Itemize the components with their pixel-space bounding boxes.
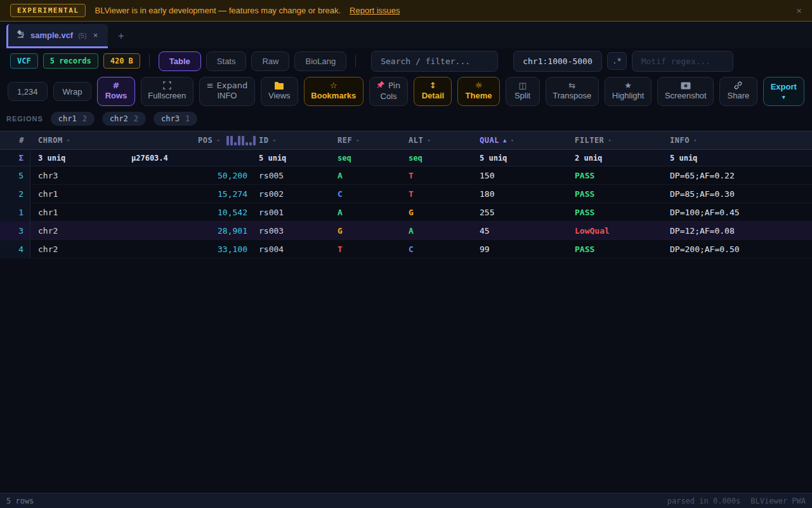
new-tab-button[interactable]: +: [108, 30, 134, 48]
table-body: 5 chr3 50,200 rs005 A T 150 PASS DP=65;A…: [0, 166, 812, 258]
region-chip-chr2[interactable]: chr22: [102, 112, 146, 126]
tab-sample-vcf[interactable]: sample.vcf (5) ×: [6, 24, 108, 48]
column-header-alt[interactable]: ALT▾: [401, 136, 472, 145]
motif-regex-input[interactable]: [632, 51, 733, 72]
app-name-status: BLViewer PWA: [750, 497, 806, 505]
column-header-ref[interactable]: REF▾: [330, 136, 401, 145]
table-row[interactable]: 5 chr3 50,200 rs005 A T 150 PASS DP=65;A…: [0, 166, 812, 185]
cell-info: DP=85;AF=0.30: [662, 189, 812, 199]
swap-arrows-icon: ⇆: [568, 81, 575, 90]
column-header-chrom[interactable]: CHROM▾: [30, 136, 190, 145]
wrap-button[interactable]: Wrap: [53, 82, 92, 101]
cell-pos: 28,901: [190, 226, 251, 236]
column-header-id[interactable]: ID▾: [251, 136, 330, 145]
search-input[interactable]: [371, 51, 498, 72]
bookmarks-button[interactable]: ☆ Bookmarks: [304, 77, 363, 106]
sort-caret-icon: ▾: [272, 137, 276, 144]
fullscreen-icon: [163, 81, 171, 90]
cell-chrom: chr2: [30, 244, 190, 254]
cell-ref: G: [330, 226, 401, 236]
theme-button[interactable]: ☼ Theme: [457, 77, 499, 106]
column-header-qual[interactable]: QUAL▲▾: [472, 136, 567, 145]
export-button[interactable]: Export ▾: [763, 77, 804, 106]
expand-info-button[interactable]: ≡Expand INFO: [199, 77, 255, 106]
rows-button[interactable]: # Rows: [97, 77, 134, 106]
tab-title: sample.vcf: [30, 30, 73, 40]
cell-alt: T: [401, 171, 472, 180]
region-chip-chr1[interactable]: chr12: [51, 112, 95, 126]
cell-qual: 180: [472, 189, 567, 199]
microscope-icon: [16, 29, 25, 41]
regex-toggle-button[interactable]: .*: [607, 52, 626, 70]
sun-icon: ☼: [475, 81, 483, 90]
cell-id: rs004: [251, 244, 330, 254]
sort-caret-icon: ▾: [356, 137, 360, 144]
summary-pos: µ27603.4: [124, 154, 168, 163]
view-tab-raw[interactable]: Raw: [251, 51, 289, 71]
share-button[interactable]: Share: [719, 77, 757, 106]
records-badge: 5 records: [43, 53, 98, 69]
row-count-status: 5 rows: [6, 497, 34, 505]
highlight-button[interactable]: ★ Highlight: [605, 77, 652, 106]
cell-alt: G: [401, 208, 472, 217]
summary-filter: 2 uniq: [567, 154, 662, 163]
view-tab-table[interactable]: Table: [159, 51, 201, 71]
cell-pos: 15,274: [190, 189, 251, 199]
sort-caret-icon: ▾: [216, 137, 220, 144]
image-icon: [681, 82, 691, 90]
star-icon: ★: [624, 81, 632, 90]
cell-chrom: chr1: [30, 208, 190, 217]
view-tab-stats[interactable]: Stats: [206, 51, 247, 71]
chevron-down-icon: ▾: [782, 94, 785, 101]
experimental-banner: EXPERIMENTAL BLViewer is in early develo…: [0, 0, 812, 22]
views-button[interactable]: Views: [261, 77, 298, 106]
cell-ref: C: [330, 189, 401, 199]
column-header-pos[interactable]: POS▾: [190, 135, 251, 145]
summary-sigma: Σ: [0, 150, 30, 166]
cell-info: DP=12;AF=0.08: [662, 226, 812, 236]
table-row[interactable]: 3 chr2 28,901 rs003 G A 45 LowQual DP=12…: [0, 222, 812, 240]
report-issues-link[interactable]: Report issues: [350, 6, 400, 15]
cell-info: DP=100;AF=0.45: [662, 208, 812, 217]
regions-label: REGIONS: [6, 115, 43, 123]
tab-close-icon[interactable]: ×: [92, 30, 100, 40]
variant-table: # CHROM▾ POS▾ ID▾ REF▾ ALT▾ QUAL▲▾ FILTE…: [0, 131, 812, 493]
cell-pos: 10,542: [190, 208, 251, 217]
row-index: 1: [0, 203, 30, 222]
cell-chrom: chr2: [30, 226, 190, 236]
screenshot-button[interactable]: Screenshot: [657, 77, 714, 106]
cell-filter: PASS: [567, 208, 662, 217]
cell-filter: PASS: [567, 189, 662, 199]
table-row[interactable]: 1 chr1 10,542 rs001 A G 255 PASS DP=100;…: [0, 203, 812, 222]
region-input[interactable]: [513, 51, 602, 72]
table-row[interactable]: 4 chr2 33,100 rs004 T C 99 PASS DP=200;A…: [0, 240, 812, 258]
view-tab-biolang[interactable]: BioLang: [294, 51, 346, 71]
row-index: 4: [0, 240, 30, 258]
transpose-button[interactable]: ⇆ Transpose: [546, 77, 599, 106]
regions-bar: REGIONS chr12 chr22 chr31: [0, 109, 812, 128]
column-header-filter[interactable]: FILTER▾: [567, 136, 662, 145]
fullscreen-button[interactable]: Fullscreen: [141, 77, 193, 106]
cell-ref: A: [330, 208, 401, 217]
table-header-row: # CHROM▾ POS▾ ID▾ REF▾ ALT▾ QUAL▲▾ FILTE…: [0, 131, 812, 150]
column-header-info[interactable]: INFO▾: [662, 136, 812, 145]
cell-filter: LowQual: [567, 226, 662, 236]
summary-row: Σ 3 uniq µ27603.4 5 uniq seq seq 5 uniq …: [0, 150, 812, 166]
cell-id: rs003: [251, 226, 330, 236]
table-row[interactable]: 2 chr1 15,274 rs002 C T 180 PASS DP=85;A…: [0, 185, 812, 203]
split-button[interactable]: ◫ Split: [506, 77, 540, 106]
cell-alt: C: [401, 244, 472, 254]
cell-qual: 45: [472, 226, 567, 236]
sort-caret-icon: ▾: [427, 137, 431, 144]
pin-cols-button[interactable]: Pin Cols: [369, 77, 409, 106]
cell-qual: 255: [472, 208, 567, 217]
page-size-button[interactable]: 1,234: [8, 82, 48, 101]
row-index: 5: [0, 166, 30, 185]
cell-id: rs001: [251, 208, 330, 217]
region-chip-chr3[interactable]: chr31: [154, 112, 197, 126]
cell-alt: T: [401, 189, 472, 199]
detail-button[interactable]: ↕ Detail: [414, 77, 452, 106]
cell-chrom: chr3: [30, 171, 190, 180]
summary-ref: seq: [330, 154, 401, 163]
banner-close-icon[interactable]: ×: [796, 5, 802, 16]
